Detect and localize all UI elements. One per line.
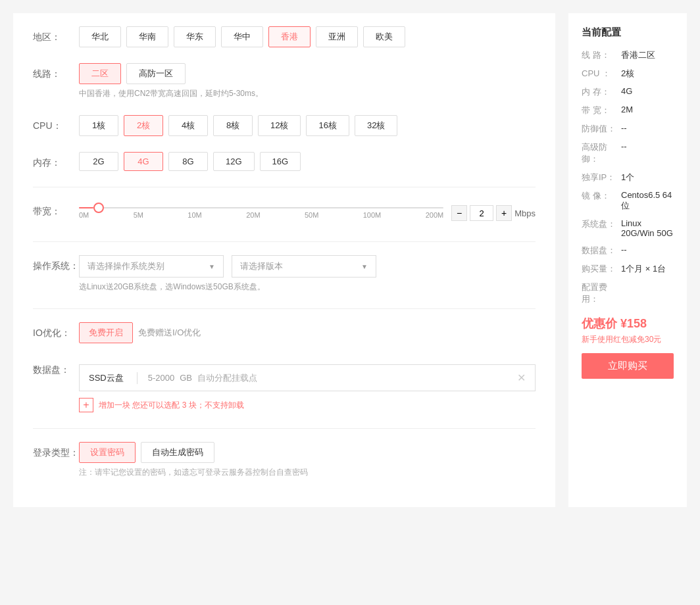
line-option-二区[interactable]: 二区 — [79, 63, 121, 84]
disk-unit: GB — [180, 373, 192, 383]
disk-remove-icon[interactable]: ✕ — [517, 372, 526, 384]
config-val-9: -- — [621, 245, 627, 256]
sidebar-title: 当前配置 — [582, 26, 674, 39]
config-key-1: CPU ： — [582, 68, 621, 80]
slider-labels: 0M 5M 10M 20M 50M 100M 200M — [79, 211, 443, 219]
memory-option-16G[interactable]: 16G — [260, 152, 301, 171]
config-item-7: 镜 像：Centos6.5 64位 — [582, 190, 674, 212]
cpu-option-32核[interactable]: 32核 — [355, 115, 397, 136]
os-content: 请选择操作系统类别 ▼ 请选择版本 ▼ 选Linux送20GB系统盘，选Wind… — [79, 255, 536, 293]
line-options: 二区高防一区 中国香港，使用CN2带宽高速回国，延时约5-30ms。 — [79, 63, 536, 99]
config-val-7: Centos6.5 64位 — [621, 190, 674, 212]
config-val-8: Linux 20G/Win 50G — [621, 218, 674, 238]
login-set-password-button[interactable]: 设置密码 — [79, 442, 136, 463]
region-option-华中[interactable]: 华中 — [221, 26, 263, 47]
os-version-placeholder: 请选择版本 — [240, 260, 283, 272]
memory-option-12G[interactable]: 12G — [213, 152, 255, 171]
line-hint: 中国香港，使用CN2带宽高速回国，延时约5-30ms。 — [79, 88, 536, 99]
config-item-1: CPU ：2核 — [582, 68, 674, 80]
config-item-2: 内 存：4G — [582, 86, 674, 98]
divider1 — [33, 187, 536, 187]
bandwidth-label: 带宽： — [33, 201, 79, 218]
slider-label-5m: 5M — [134, 211, 143, 219]
bandwidth-value-input[interactable] — [470, 205, 493, 221]
config-key-4: 防御值： — [582, 123, 621, 135]
bandwidth-minus-button[interactable]: − — [451, 205, 467, 221]
io-enable-button[interactable]: 免费开启 — [79, 322, 133, 343]
cpu-label: CPU： — [33, 115, 79, 132]
config-val-4: -- — [621, 123, 627, 135]
config-item-8: 系统盘：Linux 20G/Win 50G — [582, 218, 674, 238]
region-option-华东[interactable]: 华东 — [174, 26, 216, 47]
config-val-3: 2M — [621, 105, 633, 116]
config-item-5: 高级防御：-- — [582, 141, 674, 165]
region-option-香港[interactable]: 香港 — [268, 26, 311, 47]
cpu-option-4核[interactable]: 4核 — [168, 115, 208, 136]
disk-item: SSD云盘 5-2000 GB 自动分配挂载点 ✕ — [79, 364, 536, 391]
buy-button[interactable]: 立即购买 — [582, 353, 674, 379]
disk-size-range: 5-2000 — [148, 373, 174, 383]
region-option-欧美[interactable]: 欧美 — [363, 26, 405, 47]
login-options: 设置密码 自动生成密码 — [79, 442, 536, 463]
cpu-option-1核[interactable]: 1核 — [79, 115, 118, 136]
disk-label: 数据盘： — [33, 359, 79, 376]
price-sub: 新手使用红包减免30元 — [582, 334, 674, 345]
io-row: IO优化： 免费开启 免费赠送I/O优化 — [33, 322, 536, 343]
add-disk-hint: 增加一块 您还可以选配 3 块；不支持卸载 — [99, 400, 244, 411]
cpu-option-8核[interactable]: 8核 — [213, 115, 253, 136]
config-key-6: 独享IP： — [582, 172, 621, 183]
os-row: 操作系统： 请选择操作系统类别 ▼ 请选择版本 ▼ 选Linux送20GB系统盘… — [33, 255, 536, 293]
cpu-option-2核[interactable]: 2核 — [124, 115, 163, 136]
login-content: 设置密码 自动生成密码 注：请牢记您设置的密码，如遗忘可登录云服务器控制台自查密… — [79, 442, 536, 478]
config-val-6: 1个 — [621, 172, 634, 183]
add-disk-count: 3 — [182, 400, 187, 410]
io-content: 免费开启 免费赠送I/O优化 — [79, 322, 536, 343]
price-section: 优惠价 ¥158 新手使用红包减免30元 立即购买 — [582, 316, 674, 379]
add-disk-button[interactable]: + — [79, 398, 93, 412]
divider2 — [33, 241, 536, 242]
cpu-option-12核[interactable]: 12核 — [258, 115, 301, 136]
config-key-5: 高级防御： — [582, 141, 621, 165]
add-disk-row: + 增加一块 您还可以选配 3 块；不支持卸载 — [79, 398, 536, 412]
os-version-select[interactable]: 请选择版本 ▼ — [232, 255, 376, 278]
slider-fill — [79, 207, 93, 208]
config-val-5: -- — [621, 141, 627, 165]
region-options: 华北华南华东华中香港亚洲欧美 — [79, 26, 536, 47]
bandwidth-row: 带宽： 0M 5M 10M 20M 50M — [33, 201, 536, 226]
memory-option-4G[interactable]: 4G — [124, 152, 163, 171]
io-controls: 免费开启 免费赠送I/O优化 — [79, 322, 536, 343]
bandwidth-plus-button[interactable]: + — [496, 205, 512, 221]
sidebar: 当前配置 线 路：香港二区CPU ：2核内 存：4G带 宽：2M防御值：--高级… — [568, 13, 687, 507]
slider-label-0m: 0M — [79, 211, 89, 219]
region-row: 地区： 华北华南华东华中香港亚洲欧美 — [33, 26, 536, 47]
divider3 — [33, 308, 536, 309]
slider-track — [79, 207, 443, 208]
region-option-华北[interactable]: 华北 — [79, 26, 121, 47]
login-auto-password-button[interactable]: 自动生成密码 — [141, 442, 214, 463]
config-key-11: 配置费用： — [582, 281, 621, 305]
login-row: 登录类型： 设置密码 自动生成密码 注：请牢记您设置的密码，如遗忘可登录云服务器… — [33, 442, 536, 478]
divider4 — [33, 428, 536, 429]
bandwidth-slider-container: 0M 5M 10M 20M 50M 100M 200M — [79, 201, 443, 226]
login-note: 注：请牢记您设置的密码，如遗忘可登录云服务器控制台自查密码 — [79, 467, 536, 478]
bandwidth-controls: 0M 5M 10M 20M 50M 100M 200M − + — [79, 201, 536, 226]
region-option-亚洲[interactable]: 亚洲 — [316, 26, 358, 47]
config-key-8: 系统盘： — [582, 218, 621, 238]
memory-option-8G[interactable]: 8G — [168, 152, 208, 171]
config-key-2: 内 存： — [582, 86, 621, 98]
disk-content: SSD云盘 5-2000 GB 自动分配挂载点 ✕ + 增加一块 您还可以选配 … — [79, 359, 536, 412]
config-key-7: 镜 像： — [582, 190, 621, 212]
memory-option-2G[interactable]: 2G — [79, 152, 118, 171]
config-key-9: 数据盘： — [582, 245, 621, 256]
config-item-0: 线 路：香港二区 — [582, 49, 674, 61]
line-option-高防一区[interactable]: 高防一区 — [126, 63, 186, 84]
bandwidth-unit: Mbps — [514, 208, 536, 218]
config-items: 线 路：香港二区CPU ：2核内 存：4G带 宽：2M防御值：--高级防御：--… — [582, 49, 674, 305]
os-type-select[interactable]: 请选择操作系统类别 ▼ — [79, 255, 224, 278]
login-label: 登录类型： — [33, 442, 79, 459]
os-label: 操作系统： — [33, 255, 79, 272]
line-label: 线路： — [33, 63, 79, 80]
region-option-华南[interactable]: 华南 — [126, 26, 168, 47]
cpu-option-16核[interactable]: 16核 — [306, 115, 349, 136]
os-version-arrow-icon: ▼ — [361, 263, 368, 270]
